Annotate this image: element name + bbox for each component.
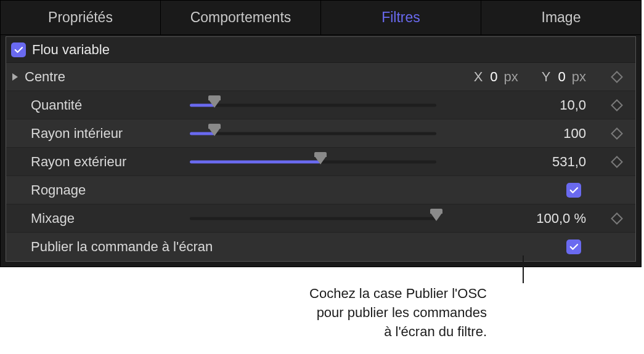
param-quantite-label: Quantité xyxy=(11,97,190,113)
param-mixage-row: Mixage 100,0 % xyxy=(6,204,635,233)
tab-bar: Propriétés Comportements Filtres Image xyxy=(1,1,641,35)
param-publier-label: Publier la commande à l'écran xyxy=(11,239,319,255)
param-rayon-ext-row: Rayon extérieur 531,0 xyxy=(6,148,635,176)
filter-header: Flou variable xyxy=(6,37,635,63)
param-rayon-ext-label: Rayon extérieur xyxy=(11,154,190,170)
keyframe-icon[interactable] xyxy=(611,156,623,168)
rayon-int-slider[interactable] xyxy=(190,126,436,141)
param-quantite-row: Quantité 10,0 xyxy=(6,91,635,119)
rayon-ext-value[interactable]: 531,0 xyxy=(449,154,598,170)
tab-behaviors[interactable]: Comportements xyxy=(161,1,321,34)
filter-content: Flou variable Centre X 0 px Y 0 px xyxy=(6,36,636,262)
filter-name: Flou variable xyxy=(32,42,110,58)
param-centre-label: Centre xyxy=(22,69,201,85)
param-centre-value[interactable]: X 0 px Y 0 px xyxy=(460,69,598,85)
tab-image[interactable]: Image xyxy=(481,1,641,34)
rayon-ext-slider[interactable] xyxy=(190,155,436,169)
disclosure-triangle-icon[interactable] xyxy=(11,73,22,81)
mixage-value[interactable]: 100,0 % xyxy=(449,211,598,227)
publier-osc-checkbox[interactable] xyxy=(566,239,581,254)
keyframe-icon[interactable] xyxy=(611,212,623,225)
keyframe-icon[interactable] xyxy=(611,99,623,111)
tab-filters[interactable]: Filtres xyxy=(321,1,481,34)
keyframe-icon[interactable] xyxy=(611,71,623,83)
param-rognage-label: Rognage xyxy=(11,182,190,198)
callout-line xyxy=(523,255,524,283)
param-rayon-int-row: Rayon intérieur 100 xyxy=(6,119,635,148)
param-mixage-label: Mixage xyxy=(11,211,190,227)
inspector-panel: Propriétés Comportements Filtres Image F… xyxy=(0,0,642,267)
annotation-text: Cochez la case Publier l'OSC pour publie… xyxy=(283,284,487,341)
quantite-slider[interactable] xyxy=(190,98,436,113)
quantite-value[interactable]: 10,0 xyxy=(449,97,598,113)
param-rayon-int-label: Rayon intérieur xyxy=(11,126,190,142)
param-publier-row: Publier la commande à l'écran xyxy=(6,233,635,261)
tab-properties[interactable]: Propriétés xyxy=(1,1,161,34)
param-rognage-row: Rognage xyxy=(6,176,635,204)
keyframe-icon[interactable] xyxy=(611,127,623,140)
mixage-slider[interactable] xyxy=(190,211,436,226)
filter-enable-checkbox[interactable] xyxy=(11,42,26,57)
param-centre-row: Centre X 0 px Y 0 px xyxy=(6,63,635,91)
rognage-checkbox[interactable] xyxy=(566,183,581,198)
rayon-int-value[interactable]: 100 xyxy=(449,126,598,142)
